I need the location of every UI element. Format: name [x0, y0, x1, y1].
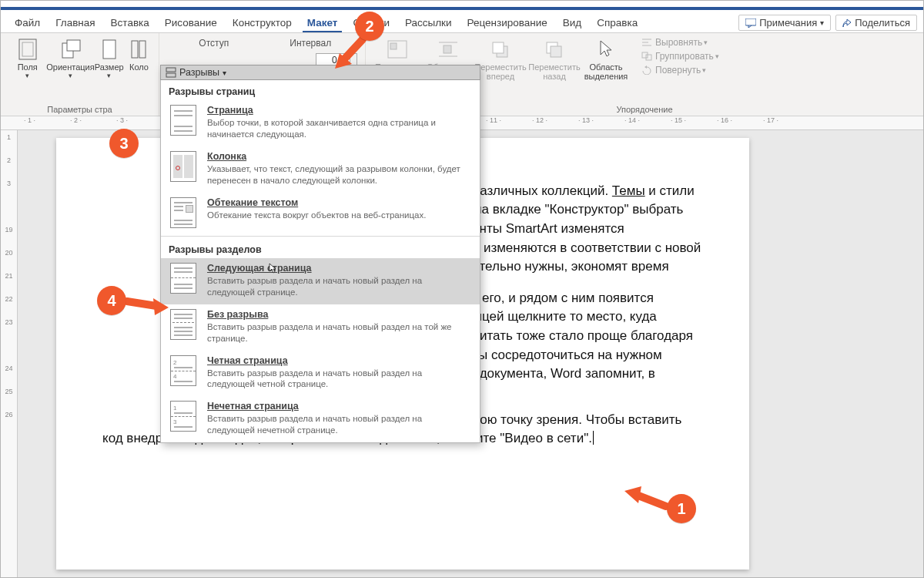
breaks-section-sections: Разрывы разделов: [161, 238, 480, 258]
tab-help[interactable]: Справка: [589, 14, 645, 32]
break-even-page[interactable]: 2 4 Четная страницаВставить разрыв разде…: [161, 351, 480, 397]
backward-icon: [544, 40, 564, 59]
svg-rect-4: [67, 40, 80, 51]
next-page-break-icon: [170, 263, 196, 294]
align-button: Выровнять ▾: [638, 36, 722, 49]
margins-button[interactable]: Поля ▾: [7, 36, 49, 81]
svg-rect-5: [103, 40, 116, 59]
doc-link[interactable]: Темы: [612, 183, 645, 198]
page-setup-group-label: Параметры стра: [7, 103, 152, 114]
continuous-break-icon: [170, 309, 196, 340]
annotation-2: 2: [355, 12, 384, 41]
tab-mailings[interactable]: Рассылки: [397, 14, 460, 32]
ribbon: Поля ▾ Ориентация ▾ Размер ▾ Коло Параме…: [1, 33, 923, 116]
orientation-icon: [60, 39, 82, 60]
svg-rect-23: [166, 73, 176, 77]
breaks-dropdown: Разрывы▾ Разрывы страниц СтраницаВыбор т…: [160, 65, 480, 443]
svg-rect-22: [166, 68, 176, 72]
size-icon: [102, 39, 117, 60]
annotation-4: 4: [97, 286, 126, 315]
share-button[interactable]: Поделиться: [835, 15, 917, 31]
svg-rect-14: [493, 42, 504, 53]
comments-label: Примечания: [759, 17, 817, 29]
break-next-page[interactable]: Следующая страница Вставить разрыв разде…: [161, 258, 480, 304]
indent-heading: Отступ: [166, 38, 263, 49]
wrap-icon: [437, 39, 459, 59]
svg-rect-6: [132, 41, 138, 58]
rotate-icon: [641, 66, 652, 75]
even-page-break-icon: 2 4: [170, 355, 196, 386]
share-label: Поделиться: [855, 17, 910, 29]
orientation-button[interactable]: Ориентация ▾: [49, 36, 93, 81]
comments-button[interactable]: Примечания ▾: [738, 15, 831, 31]
arrow-4-icon: [122, 294, 173, 317]
textwrap-break-icon: [170, 197, 196, 228]
selection-pane-button[interactable]: Область выделения: [581, 36, 631, 82]
forward-icon: [490, 40, 511, 59]
tab-home[interactable]: Главная: [48, 14, 102, 32]
text-cursor: [593, 431, 594, 445]
tab-draw[interactable]: Рисование: [157, 14, 225, 32]
size-button[interactable]: Размер ▾: [93, 36, 126, 81]
columns-button[interactable]: Коло: [126, 36, 152, 73]
breaks-button[interactable]: Разрывы▾: [160, 65, 480, 80]
group-icon: [641, 52, 652, 61]
tab-insert[interactable]: Вставка: [103, 14, 157, 32]
tab-view[interactable]: Вид: [555, 14, 589, 32]
position-icon: [387, 39, 408, 59]
align-icon: [641, 38, 652, 47]
svg-rect-2: [22, 42, 33, 56]
margins-icon: [18, 38, 38, 61]
tab-file[interactable]: Файл: [7, 14, 48, 32]
break-column[interactable]: КолонкаУказывает, что текст, следующий з…: [161, 146, 480, 193]
doc-text: и стили: [645, 183, 695, 198]
odd-page-break-icon: 1 3: [170, 401, 196, 432]
tab-review[interactable]: Рецензирование: [460, 14, 555, 32]
svg-rect-16: [551, 46, 561, 57]
column-break-icon: [170, 151, 196, 182]
group-button: Группировать ▾: [638, 50, 722, 62]
columns-icon: [130, 39, 147, 59]
break-odd-page[interactable]: 1 3 Нечетная страницаВставить разрыв раз…: [161, 396, 480, 442]
tab-layout[interactable]: Макет: [300, 14, 346, 32]
ribbon-tabs: Файл Главная Вставка Рисование Конструкт…: [1, 10, 923, 33]
break-continuous[interactable]: Без разрываВставить разрыв раздела и нач…: [161, 304, 480, 351]
share-icon: [842, 18, 852, 28]
send-backward-button: Переместить назад: [527, 36, 581, 82]
svg-rect-9: [390, 43, 397, 49]
page-break-icon: [170, 105, 196, 136]
tab-design[interactable]: Конструктор: [225, 14, 300, 32]
selection-icon: [598, 39, 614, 59]
bring-forward-button: Переместить вперед: [474, 36, 527, 82]
cursor-icon: [269, 263, 276, 274]
svg-rect-7: [139, 41, 146, 58]
vertical-ruler[interactable]: 1231920212223242526: [1, 130, 18, 578]
arrow-1-icon: [621, 486, 672, 514]
rotate-button: Повернуть ▾: [638, 64, 722, 76]
breaks-icon: [166, 67, 176, 78]
annotation-1: 1: [667, 494, 696, 523]
svg-rect-0: [745, 18, 756, 25]
break-text-wrapping[interactable]: Обтекание текстомОбтекание текста вокруг…: [161, 193, 480, 234]
break-page[interactable]: СтраницаВыбор точки, в которой заканчива…: [161, 100, 480, 146]
breaks-section-pages: Разрывы страниц: [161, 80, 480, 100]
svg-rect-10: [444, 45, 451, 53]
comment-icon: [745, 18, 756, 28]
annotation-3: 3: [109, 129, 139, 158]
